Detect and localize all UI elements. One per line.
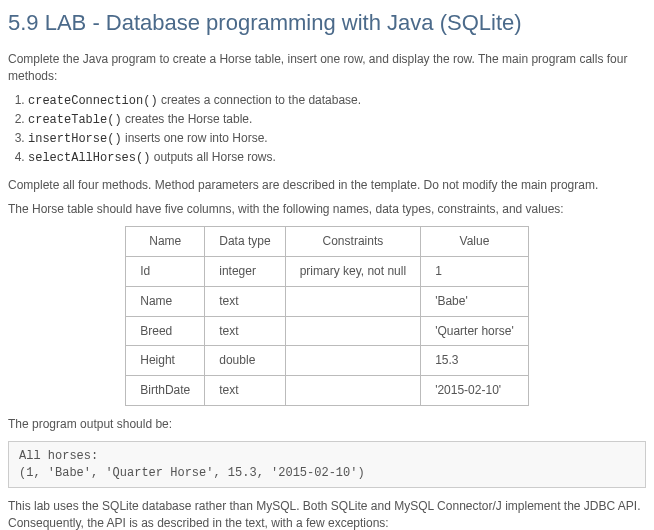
td: Name: [126, 286, 205, 316]
list-item: createTable() creates the Horse table.: [28, 111, 646, 129]
th: Constraints: [285, 227, 420, 257]
intro-paragraph: Complete the Java program to create a Ho…: [8, 51, 646, 85]
list-item: createConnection() creates a connection …: [28, 92, 646, 110]
method-desc: inserts one row into Horse.: [122, 131, 268, 145]
td: BirthDate: [126, 376, 205, 406]
list-item: insertHorse() inserts one row into Horse…: [28, 130, 646, 148]
td: [285, 286, 420, 316]
table-row: BirthDate text '2015-02-10': [126, 376, 529, 406]
th: Value: [421, 227, 529, 257]
table-row: Name text 'Babe': [126, 286, 529, 316]
method-name: insertHorse(): [28, 132, 122, 146]
th: Name: [126, 227, 205, 257]
td: text: [205, 376, 285, 406]
output-box: All horses: (1, 'Babe', 'Quarter Horse',…: [8, 441, 646, 489]
td: Breed: [126, 316, 205, 346]
instruction-paragraph: Complete all four methods. Method parame…: [8, 177, 646, 194]
table-row: Breed text 'Quarter horse': [126, 316, 529, 346]
table-row: Height double 15.3: [126, 346, 529, 376]
td: integer: [205, 256, 285, 286]
td: 15.3: [421, 346, 529, 376]
td: double: [205, 346, 285, 376]
td: [285, 316, 420, 346]
note-paragraph: This lab uses the SQLite database rather…: [8, 498, 646, 530]
td: 'Babe': [421, 286, 529, 316]
td: text: [205, 286, 285, 316]
th: Data type: [205, 227, 285, 257]
table-header-row: Name Data type Constraints Value: [126, 227, 529, 257]
td: 'Quarter horse': [421, 316, 529, 346]
methods-list: createConnection() creates a connection …: [28, 92, 646, 166]
method-name: createTable(): [28, 113, 122, 127]
td: [285, 376, 420, 406]
method-name: createConnection(): [28, 94, 158, 108]
td: '2015-02-10': [421, 376, 529, 406]
schema-table: Name Data type Constraints Value Id inte…: [125, 226, 529, 406]
list-item: selectAllHorses() outputs all Horse rows…: [28, 149, 646, 167]
method-desc: creates a connection to the database.: [158, 93, 361, 107]
page-title: 5.9 LAB - Database programming with Java…: [8, 8, 646, 39]
table-intro-paragraph: The Horse table should have five columns…: [8, 201, 646, 218]
td: 1: [421, 256, 529, 286]
output-label: The program output should be:: [8, 416, 646, 433]
table-row: Id integer primary key, not null 1: [126, 256, 529, 286]
td: Id: [126, 256, 205, 286]
td: primary key, not null: [285, 256, 420, 286]
td: Height: [126, 346, 205, 376]
td: [285, 346, 420, 376]
td: text: [205, 316, 285, 346]
method-name: selectAllHorses(): [28, 151, 150, 165]
method-desc: creates the Horse table.: [122, 112, 253, 126]
method-desc: outputs all Horse rows.: [150, 150, 275, 164]
